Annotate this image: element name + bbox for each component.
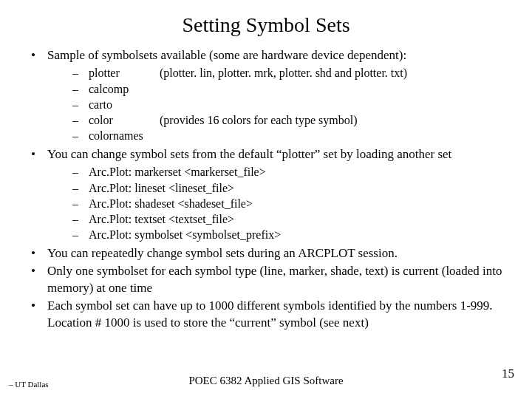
cmd-text: textset <textset_file> bbox=[134, 213, 234, 225]
sub-item: Arc.Plot: shadeset <shadeset_file> bbox=[68, 196, 510, 211]
sub-item: carto bbox=[68, 97, 510, 112]
symset-note: (plotter. lin, plotter. mrk, plotter. sh… bbox=[160, 66, 407, 79]
cmd-text: lineset <lineset_file> bbox=[134, 182, 234, 194]
bullet-item: You can repeatedly change symbol sets du… bbox=[27, 245, 510, 262]
bullet-text: Only one symbolset for each symbol type … bbox=[47, 264, 502, 294]
cmd-text: markerset <markerset_file> bbox=[134, 166, 266, 178]
cmd-prefix: Arc.Plot: bbox=[89, 164, 132, 180]
sub-item: Arc.Plot: lineset <lineset_file> bbox=[68, 180, 510, 196]
bullet-item: Only one symbolset for each symbol type … bbox=[27, 263, 510, 296]
page-number: 15 bbox=[502, 366, 514, 381]
bullet-text: Each symbol set can have up to 1000 diff… bbox=[47, 299, 493, 329]
symset-name: color bbox=[89, 112, 157, 128]
sub-list: Arc.Plot: markerset <markerset_file> Arc… bbox=[47, 164, 510, 242]
sub-item: Arc.Plot: textset <textset_file> bbox=[68, 211, 510, 227]
sub-item: calcomp bbox=[68, 81, 510, 97]
bullet-text: You can repeatedly change symbol sets du… bbox=[47, 246, 398, 260]
sub-item: color (provides 16 colors for each type … bbox=[68, 112, 510, 128]
cmd-prefix: Arc.Plot: bbox=[89, 180, 132, 196]
symset-note: (provides 16 colors for each type symbol… bbox=[160, 114, 357, 126]
symset-name: carto bbox=[89, 97, 157, 112]
bullet-item: Sample of symbolsets available (some are… bbox=[27, 47, 510, 143]
cmd-prefix: Arc.Plot: bbox=[89, 211, 132, 227]
cmd-prefix: Arc.Plot: bbox=[89, 227, 132, 242]
cmd-text: shadeset <shadeset_file> bbox=[134, 197, 253, 210]
symset-name: plotter bbox=[89, 65, 157, 81]
sub-list: plotter (plotter. lin, plotter. mrk, plo… bbox=[47, 65, 510, 143]
cmd-text: symbolset <symbolset_prefix> bbox=[134, 228, 281, 241]
sub-item: plotter (plotter. lin, plotter. mrk, plo… bbox=[68, 65, 510, 81]
bullet-item: You can change symbol sets from the defa… bbox=[27, 146, 510, 242]
sub-item: Arc.Plot: symbolset <symbolset_prefix> bbox=[68, 227, 510, 242]
bullet-item: Each symbol set can have up to 1000 diff… bbox=[27, 298, 510, 331]
slide-title: Setting Symbol Sets bbox=[22, 13, 510, 37]
bullet-text: Sample of symbolsets available (some are… bbox=[47, 48, 406, 62]
bullet-text: You can change symbol sets from the defa… bbox=[47, 147, 451, 161]
slide: Setting Symbol Sets Sample of symbolsets… bbox=[0, 0, 532, 399]
footer-center: POEC 6382 Applied GIS Software bbox=[0, 375, 532, 387]
symset-name: calcomp bbox=[89, 81, 157, 97]
sub-item: colornames bbox=[68, 128, 510, 143]
sub-item: Arc.Plot: markerset <markerset_file> bbox=[68, 164, 510, 180]
footer: – UT Dallas POEC 6382 Applied GIS Softwa… bbox=[0, 371, 532, 389]
symset-name: colornames bbox=[89, 128, 157, 143]
bullet-list: Sample of symbolsets available (some are… bbox=[22, 47, 510, 331]
cmd-prefix: Arc.Plot: bbox=[89, 196, 132, 211]
